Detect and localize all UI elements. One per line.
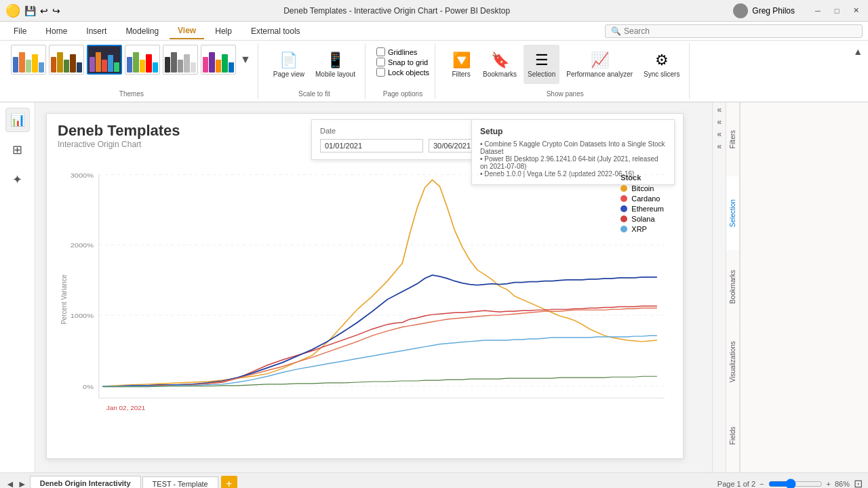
date-panel: Date ⊡ [311, 119, 474, 160]
prev-page-btn[interactable]: ◄ [5, 479, 15, 489]
right-tab-fields[interactable]: Fields [726, 399, 740, 472]
user-name: Greg Philos [752, 6, 795, 16]
report-title: Deneb Templates [58, 122, 180, 140]
sidebar-icon-model[interactable]: ✦ [5, 167, 30, 192]
tab-help[interactable]: Help [207, 24, 240, 39]
legend-ethereum: Ethereum [620, 205, 664, 213]
right-tab-visualizations[interactable]: Visualizations [726, 325, 740, 399]
sidebar-icon-table[interactable]: ⊞ [5, 138, 30, 162]
ethereum-dot [620, 205, 627, 212]
close-button[interactable]: ✕ [849, 4, 863, 18]
lock-objects-checkbox[interactable]: Lock objects [376, 68, 429, 77]
quick-redo[interactable]: ↪ [52, 5, 60, 16]
filter-icon: 🔽 [452, 52, 471, 69]
zoom-out-btn[interactable]: − [760, 480, 764, 488]
mobile-layout-icon: 📱 [326, 52, 344, 69]
tab-view[interactable]: View [170, 23, 204, 39]
zoom-slider[interactable] [768, 479, 823, 489]
tab-home[interactable]: Home [37, 24, 75, 39]
chart-legend: Stock Bitcoin Cardano Ethereum [620, 174, 664, 235]
xrp-dot [620, 226, 627, 232]
sync-slicers-label: Sync slicers [644, 70, 679, 78]
report-subtitle: Interactive Origin Chart [58, 140, 180, 149]
next-page-btn[interactable]: ► [18, 479, 27, 489]
svg-text:3000%: 3000% [71, 171, 94, 178]
cardano-label: Cardano [631, 195, 660, 203]
cardano-line [102, 306, 657, 386]
theme-dropdown-arrow[interactable]: ▼ [239, 52, 252, 67]
minimize-button[interactable]: ─ [811, 4, 825, 18]
performance-analyzer-button[interactable]: 📈 Performance analyzer [562, 45, 637, 84]
bottom-right: Page 1 of 2 − + 86% ⊡ [717, 477, 863, 488]
svg-text:0%: 0% [83, 383, 94, 390]
svg-text:1000%: 1000% [71, 312, 94, 319]
theme-swatch-2[interactable] [49, 45, 84, 75]
collapse-right-btn[interactable]: « [717, 117, 722, 127]
page-status: Page 1 of 2 [717, 480, 755, 488]
sync-slicers-icon: ⚙ [655, 52, 669, 69]
solana-dot [620, 216, 627, 222]
bookmarks-pane-button[interactable]: 🔖 Bookmarks [479, 45, 521, 84]
xrp-label: XRP [631, 225, 647, 233]
snap-to-grid-checkbox[interactable]: Snap to grid [376, 58, 429, 66]
collapse-btn-3[interactable]: « [717, 129, 722, 139]
setup-title: Setup [480, 127, 666, 136]
solana-label: Solana [631, 215, 654, 223]
page-view-icon: 📄 [279, 52, 298, 69]
sidebar-icon-chart[interactable]: 📊 [5, 108, 30, 132]
collapse-left-btn[interactable]: « [717, 105, 722, 115]
tab-modeling[interactable]: Modeling [117, 24, 167, 39]
ribbon-tab-bar: File Home Insert Modeling View Help Exte… [0, 22, 868, 41]
ribbon-group-show-panes: 🔽 Filters 🔖 Bookmarks ☰ Selection 📈 Perf… [441, 43, 690, 99]
ethereum-line [102, 275, 657, 386]
mobile-layout-button[interactable]: 📱 Mobile layout [311, 45, 359, 84]
performance-label: Performance analyzer [566, 70, 633, 78]
selection-pane-button[interactable]: ☰ Selection [524, 45, 559, 84]
right-tab-filters[interactable]: Filters [726, 102, 740, 176]
tab-insert[interactable]: Insert [78, 24, 115, 39]
zoom-in-btn[interactable]: + [827, 480, 831, 488]
quick-save[interactable]: 💾 [24, 5, 36, 16]
tab-test-template[interactable]: TEST - Template [142, 476, 218, 489]
window-title: Deneb Templates - Interactive Origin Cha… [283, 6, 510, 16]
legend-title: Stock [620, 174, 664, 182]
cardano-dot [620, 195, 627, 202]
collapse-btn-4[interactable]: « [717, 142, 722, 151]
bookmarks-icon: 🔖 [491, 52, 509, 69]
restore-button[interactable]: □ [830, 4, 844, 18]
theme-swatch-5[interactable] [163, 45, 198, 75]
quick-undo[interactable]: ↩ [40, 5, 48, 16]
svg-text:Percent Variance: Percent Variance [60, 274, 68, 325]
sync-slicers-button[interactable]: ⚙ Sync slicers [639, 45, 684, 84]
show-panes-label: Show panes [547, 90, 584, 98]
title-bar: 🟡 💾 ↩ ↪ Deneb Templates - Interactive Or… [0, 0, 868, 22]
page-view-button[interactable]: 📄 Page view [269, 45, 309, 84]
right-tab-selection[interactable]: Selection [726, 176, 740, 250]
tab-external-tools[interactable]: External tools [243, 24, 309, 39]
tab-file[interactable]: File [5, 24, 35, 39]
ribbon-collapse-button[interactable]: ▲ [853, 46, 863, 57]
theme-swatch-6[interactable] [201, 45, 236, 75]
search-input[interactable] [624, 26, 856, 36]
filters-pane-button[interactable]: 🔽 Filters [446, 45, 476, 84]
fit-page-btn[interactable]: ⊡ [854, 477, 863, 488]
svg-text:Jan 02, 2021: Jan 02, 2021 [106, 405, 145, 411]
legend-cardano: Cardano [620, 195, 664, 203]
left-sidebar: 📊 ⊞ ✦ [0, 102, 35, 472]
page-options-label: Page options [383, 90, 422, 98]
tab-deneb-origin[interactable]: Deneb Origin Interactivity [30, 476, 141, 488]
setup-line-1: • Combine 5 Kaggle Crypto Coin Datasets … [480, 140, 666, 155]
ribbon-group-page-options: Gridlines Snap to grid Lock objects Page… [371, 43, 435, 99]
performance-icon: 📈 [591, 52, 609, 69]
scale-group-label: Scale to fit [298, 90, 330, 98]
right-panel: « « « « Filters Selection Bo [712, 102, 868, 472]
right-tab-bookmarks[interactable]: Bookmarks [726, 250, 740, 324]
theme-swatch-1[interactable] [11, 45, 46, 75]
theme-swatch-4[interactable] [125, 45, 160, 75]
theme-swatch-3[interactable] [87, 45, 122, 75]
legend-solana: Solana [620, 215, 664, 223]
add-page-button[interactable]: + [221, 476, 237, 489]
xrp-line [102, 336, 657, 386]
gridlines-checkbox[interactable]: Gridlines [376, 47, 429, 56]
start-date-input[interactable] [320, 139, 423, 152]
